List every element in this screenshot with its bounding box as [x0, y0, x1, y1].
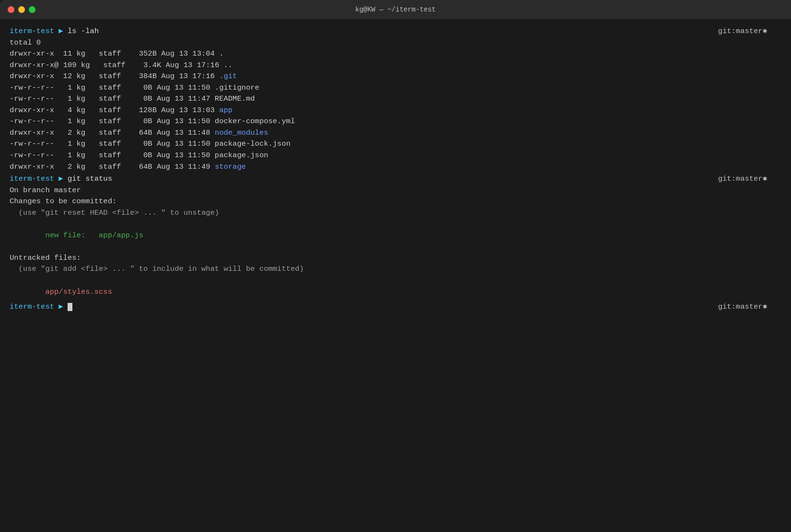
command-line-2: iterm-test ▶ git status git:master✱ [10, 173, 781, 185]
git-indicator-1: git:master✱ [718, 26, 767, 37]
command-line-1: iterm-test ▶ ls -lah git:master✱ [10, 26, 781, 37]
traffic-lights [8, 6, 35, 13]
git-branch-line: On branch master [10, 185, 781, 197]
prompt-3: iterm-test ▶ [10, 302, 68, 311]
titlebar: kg@KW — ~/iterm-test [0, 0, 791, 19]
git-indicator-2: git:master✱ [718, 173, 767, 185]
git-empty-2 [10, 241, 781, 253]
git-empty-1 [10, 219, 781, 230]
scrollbar[interactable] [787, 0, 791, 19]
ls-row-storage: drwxr-xr-x 2 kg staff 64B Aug 13 11:49 s… [10, 162, 781, 173]
ls-row-dotdot: drwxr-xr-x@ 109 kg staff 3.4K Aug 13 17:… [10, 60, 781, 71]
prompt-1: iterm-test ▶ [10, 27, 68, 35]
git-hint-add: (use "git add <file> ... " to include in… [10, 264, 781, 275]
cmd-2: git status [68, 174, 112, 183]
ls-row-dot: drwxr-xr-x 11 kg staff 352B Aug 13 13:04… [10, 48, 781, 60]
ls-total: total 0 [10, 37, 781, 49]
terminal-content[interactable]: iterm-test ▶ ls -lah git:master✱ total 0… [0, 19, 791, 532]
ls-row-gitignore: -rw-r--r-- 1 kg staff 0B Aug 13 11:50 .g… [10, 82, 781, 94]
git-untracked-file: app/styles.scss [10, 287, 781, 298]
ls-row-package-json: -rw-r--r-- 1 kg staff 0B Aug 13 11:50 pa… [10, 150, 781, 162]
ls-row-package-lock: -rw-r--r-- 1 kg staff 0B Aug 13 11:50 pa… [10, 139, 781, 150]
git-hint-reset: (use "git reset HEAD <file> ... " to uns… [10, 208, 781, 219]
close-button[interactable] [8, 6, 14, 13]
ls-row-node-modules: drwxr-xr-x 2 kg staff 64B Aug 13 11:48 n… [10, 127, 781, 139]
maximize-button[interactable] [29, 6, 35, 13]
terminal-cursor [68, 303, 72, 311]
git-untracked-header: Untracked files: [10, 253, 781, 264]
git-empty-3 [10, 275, 781, 287]
ls-row-readme: -rw-r--r-- 1 kg staff 0B Aug 13 11:47 RE… [10, 93, 781, 105]
cmd-1: ls -lah [68, 27, 99, 35]
git-new-file-line: new file: app/app.js [10, 230, 781, 242]
prompt-2: iterm-test ▶ [10, 174, 68, 183]
window-title: kg@KW — ~/iterm-test [355, 6, 436, 13]
terminal-window: kg@KW — ~/iterm-test iterm-test ▶ ls -la… [0, 0, 791, 532]
git-changes-committed: Changes to be committed: [10, 196, 781, 208]
ls-row-docker: -rw-r--r-- 1 kg staff 0B Aug 13 11:50 do… [10, 116, 781, 127]
git-indicator-3: git:master✱ [718, 301, 767, 313]
ls-row-git: drwxr-xr-x 12 kg staff 384B Aug 13 17:16… [10, 71, 781, 82]
minimize-button[interactable] [18, 6, 25, 13]
ls-row-app: drwxr-xr-x 4 kg staff 128B Aug 13 13:03 … [10, 105, 781, 116]
command-line-3: iterm-test ▶ git:master✱ [10, 301, 781, 313]
